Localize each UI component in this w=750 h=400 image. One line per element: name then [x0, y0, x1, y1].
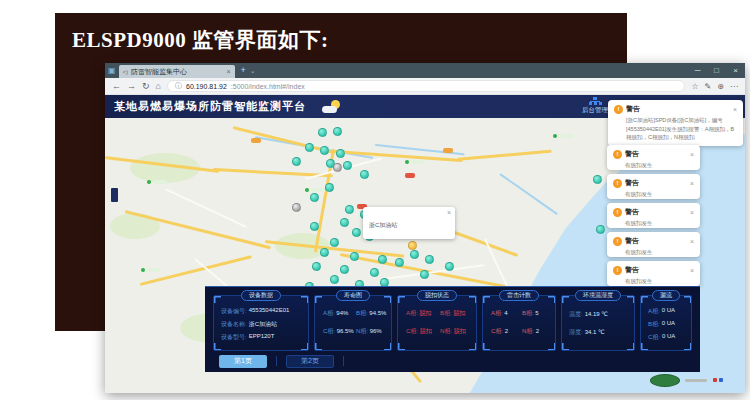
maximize-button[interactable]: □ [707, 66, 726, 75]
add-icon[interactable]: ⊕ [717, 82, 724, 91]
browser-app-icon: ▣ [108, 66, 116, 75]
alert-close-icon[interactable]: × [690, 151, 694, 158]
device-marker[interactable] [310, 193, 319, 202]
alert-close-icon[interactable]: × [733, 106, 737, 113]
browser-address-bar: ← → ↻ ⌂ ⓘ 60.190.81.92 :5000/index.html#… [105, 78, 745, 95]
device-marker[interactable] [352, 228, 361, 237]
device-marker[interactable] [340, 265, 349, 274]
alert-body: 有脱扣发生 [625, 190, 694, 199]
refresh-icon[interactable]: ↻ [142, 82, 150, 91]
url-host: 60.190.81.92 [186, 83, 227, 90]
minimize-button[interactable]: ─ [688, 66, 707, 75]
tab-title: 防雷智能监集中心 [131, 67, 223, 77]
map-attribution-logo [719, 378, 723, 382]
warning-icon: ! [614, 105, 623, 114]
device-dashboard: 设备数据 设备编号:455350442E01 设备名称:浙C加油站 设备型号:E… [205, 286, 700, 372]
device-marker[interactable] [345, 205, 354, 214]
map-attribution-logo [713, 378, 717, 382]
alert-toast[interactable]: ! 警告 × 有脱扣发生 [607, 203, 700, 228]
back-icon[interactable]: ← [112, 82, 121, 91]
tab-dropdown-icon[interactable]: ⌄ [250, 67, 256, 75]
device-marker[interactable] [330, 238, 339, 247]
device-marker[interactable] [425, 255, 434, 264]
device-marker[interactable] [333, 127, 342, 136]
home-icon[interactable]: ⌂ [156, 82, 161, 91]
device-marker[interactable] [336, 149, 345, 158]
field-value: 455350442E01 [249, 307, 290, 316]
device-marker[interactable] [596, 225, 605, 234]
panel-leakage: 漏流 A相:0 UA B相:0 UA C相:0 UA [640, 295, 692, 351]
device-marker[interactable] [312, 262, 321, 271]
device-marker[interactable] [445, 262, 454, 271]
device-marker[interactable] [593, 175, 602, 184]
alert-close-icon[interactable]: × [690, 267, 694, 274]
info-icon[interactable]: ⓘ [175, 81, 182, 91]
panel-title: 寿命图 [336, 290, 370, 301]
alert-title: 警告 [626, 104, 730, 114]
alert-body: 有脱扣发生 [625, 219, 694, 228]
device-marker[interactable] [420, 270, 429, 279]
device-marker[interactable] [318, 128, 327, 137]
device-marker[interactable] [320, 248, 329, 257]
device-marker[interactable] [378, 255, 387, 264]
alert-title: 警告 [625, 149, 687, 159]
device-marker[interactable] [370, 268, 379, 277]
alert-title: 警告 [625, 265, 687, 275]
device-marker[interactable] [395, 258, 404, 267]
device-marker[interactable] [330, 275, 339, 284]
alert-toast[interactable]: ! 警告 × 有脱扣发生 [607, 261, 700, 286]
tooltip-close-icon[interactable]: × [447, 209, 451, 216]
device-marker[interactable] [343, 161, 352, 170]
device-marker[interactable] [320, 146, 329, 155]
device-marker[interactable] [305, 143, 314, 152]
admin-label: 后台管理 [582, 106, 608, 115]
alert-toast-primary[interactable]: ! 警告 × [浙C加油站]SPD设备[浙C加油站]，编号[455350442E… [608, 100, 743, 146]
alert-close-icon[interactable]: × [690, 180, 694, 187]
alert-toast[interactable]: ! 警告 × 有脱扣发生 [607, 145, 700, 170]
alert-toast[interactable]: ! 警告 × 有脱扣发生 [607, 232, 700, 257]
tab-close-icon[interactable]: × [226, 68, 230, 75]
favorites-icon[interactable]: ☆ [691, 82, 698, 91]
device-marker[interactable] [410, 250, 419, 259]
map-tooltip: 浙C加油站 × [363, 207, 455, 239]
device-marker[interactable] [340, 218, 349, 227]
alert-close-icon[interactable]: × [690, 238, 694, 245]
browser-tab[interactable]: <) 防雷智能监集中心 × [119, 65, 235, 78]
tab-audio-icon: <) [123, 69, 129, 75]
device-marker[interactable] [350, 252, 359, 261]
panel-title: 漏流 [652, 290, 680, 301]
caption-text: ELSPD9000 监管界面如下: [72, 26, 328, 54]
url-field[interactable]: ⓘ 60.190.81.92 :5000/index.html#/index [167, 80, 685, 92]
new-tab-button[interactable]: + [241, 65, 246, 75]
pagination-divider [343, 356, 344, 366]
map-zoom-control[interactable] [111, 188, 118, 202]
forward-icon[interactable]: → [127, 82, 136, 91]
map-highway-badge [443, 148, 453, 153]
field-value: EPP120T [249, 333, 275, 342]
device-marker[interactable] [333, 163, 342, 172]
device-marker[interactable] [292, 157, 301, 166]
panel-title: 雷击计数 [499, 290, 539, 301]
device-marker[interactable] [292, 203, 301, 212]
map-highway-badge [251, 138, 261, 143]
page-2-button[interactable]: 第2页 [286, 355, 334, 368]
map-road [457, 150, 552, 161]
device-marker[interactable] [325, 183, 334, 192]
panel-title: 环境温湿度 [575, 290, 621, 301]
more-icon[interactable]: ⋯ [730, 82, 738, 91]
dashboard-pagination: 第1页 第2页 [205, 351, 700, 371]
browser-tab-bar: ▣ <) 防雷智能监集中心 × + ⌄ ─ □ × [105, 63, 745, 78]
device-marker[interactable] [408, 241, 417, 250]
panel-environment: 环境温湿度 温度:14.19 ℃ 湿度:34.1 ℃ [561, 295, 635, 351]
panel-device-data: 设备数据 设备编号:455350442E01 设备名称:浙C加油站 设备型号:E… [213, 295, 309, 351]
edit-icon[interactable]: ✎ [705, 82, 712, 91]
map-poi-label [305, 188, 325, 192]
map-attribution-text [685, 379, 707, 382]
device-marker[interactable] [310, 222, 319, 231]
page-1-button[interactable]: 第1页 [219, 355, 267, 368]
close-button[interactable]: × [726, 66, 745, 75]
map-poi-label [553, 134, 573, 138]
alert-close-icon[interactable]: × [690, 209, 694, 216]
device-marker[interactable] [360, 170, 369, 179]
alert-toast[interactable]: ! 警告 × 有脱扣发生 [607, 174, 700, 199]
